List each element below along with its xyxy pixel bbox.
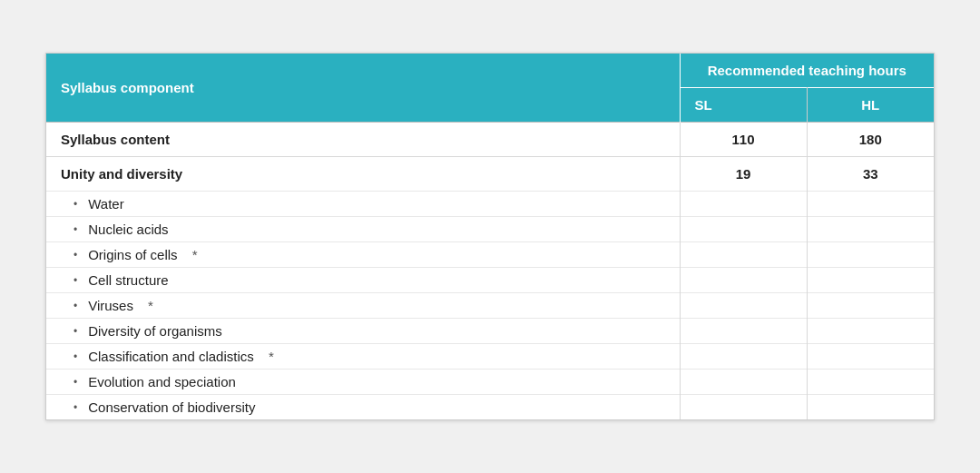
bullet-dot: • (74, 274, 77, 287)
bullet-diversity-text: Diversity of organisms (88, 323, 222, 339)
component-header: Syllabus component (46, 54, 680, 123)
bullet-row-water: • Water (46, 192, 934, 217)
bullet-row-nucleic: • Nucleic acids (46, 217, 934, 242)
bullet-classification-text: Classification and cladistics (88, 349, 254, 364)
bullet-evolution-text: Evolution and speciation (88, 374, 236, 389)
unity-diversity-row: Unity and diversity 19 33 (46, 157, 934, 192)
bullet-dot: • (74, 350, 77, 363)
bullet-classification-asterisk: * (265, 349, 274, 364)
bullet-viruses: • Viruses * (46, 293, 680, 319)
syllabus-content-hl: 180 (807, 123, 934, 157)
bullet-water-text: Water (88, 196, 123, 212)
recommended-header: Recommended teaching hours (680, 54, 934, 88)
bullet-dot: • (74, 223, 77, 236)
bullet-dot: • (74, 401, 77, 414)
bullet-water: • Water (46, 192, 680, 217)
bullet-water-hl (807, 192, 934, 217)
bullet-row-diversity: • Diversity of organisms (46, 319, 934, 344)
bullet-row-viruses: • Viruses * (46, 293, 934, 319)
bullet-row-conservation: • Conservation of biodiversity (46, 395, 934, 420)
bullet-evolution: • Evolution and speciation (46, 370, 680, 395)
unity-diversity-label: Unity and diversity (46, 157, 680, 192)
bullet-viruses-text: Viruses (88, 298, 133, 313)
syllabus-content-label: Syllabus content (46, 123, 680, 157)
hl-header: HL (807, 88, 934, 123)
unity-diversity-sl: 19 (680, 157, 807, 192)
bullet-cell-structure-text: Cell structure (88, 272, 168, 288)
bullet-origins-asterisk: * (189, 247, 198, 262)
bullet-diversity: • Diversity of organisms (46, 319, 680, 344)
bullet-origins: • Origins of cells * (46, 242, 680, 268)
bullet-row-classification: • Classification and cladistics * (46, 344, 934, 370)
bullet-nucleic-text: Nucleic acids (88, 222, 168, 237)
syllabus-content-row: Syllabus content 110 180 (46, 123, 934, 157)
bullet-water-sl (680, 192, 807, 217)
syllabus-table: Syllabus component Recommended teaching … (46, 54, 934, 419)
bullet-row-origins: • Origins of cells * (46, 242, 934, 268)
bullet-classification: • Classification and cladistics * (46, 344, 680, 370)
bullet-conservation: • Conservation of biodiversity (46, 395, 680, 420)
bullet-origins-text: Origins of cells (88, 247, 177, 262)
syllabus-content-sl: 110 (680, 123, 807, 157)
sl-header: SL (680, 88, 807, 123)
bullet-dot: • (74, 249, 77, 261)
bullet-viruses-asterisk: * (144, 298, 153, 313)
main-table-wrapper: Syllabus component Recommended teaching … (45, 53, 935, 420)
bullet-conservation-text: Conservation of biodiversity (88, 399, 255, 415)
bullet-cell-structure: • Cell structure (46, 268, 680, 293)
bullet-nucleic: • Nucleic acids (46, 217, 680, 242)
bullet-row-cell-structure: • Cell structure (46, 268, 934, 293)
header-row-1: Syllabus component Recommended teaching … (46, 54, 934, 88)
bullet-dot: • (74, 198, 77, 211)
bullet-dot: • (74, 325, 77, 338)
bullet-dot: • (74, 376, 77, 389)
bullet-row-evolution: • Evolution and speciation (46, 370, 934, 395)
bullet-dot: • (74, 300, 77, 312)
unity-diversity-hl: 33 (807, 157, 934, 192)
